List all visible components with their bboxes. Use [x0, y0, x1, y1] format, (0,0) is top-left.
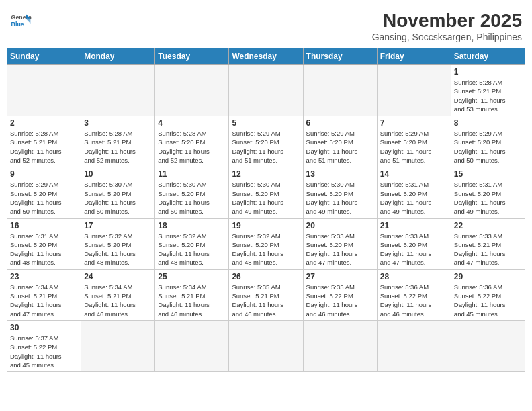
day-number: 23	[10, 272, 78, 281]
cell-content: Sunrise: 5:31 AM Sunset: 5:20 PM Dayligh…	[380, 180, 448, 216]
calendar-cell: 19Sunrise: 5:32 AM Sunset: 5:20 PM Dayli…	[229, 218, 303, 269]
day-of-week-header: Thursday	[303, 48, 377, 65]
calendar-cell: 2Sunrise: 5:28 AM Sunset: 5:21 PM Daylig…	[7, 116, 81, 167]
day-of-week-header: Friday	[377, 48, 451, 65]
calendar-cell: 20Sunrise: 5:33 AM Sunset: 5:20 PM Dayli…	[303, 218, 377, 269]
calendar-cell: 3Sunrise: 5:28 AM Sunset: 5:21 PM Daylig…	[81, 116, 155, 167]
calendar-cell: 28Sunrise: 5:36 AM Sunset: 5:22 PM Dayli…	[377, 269, 451, 320]
cell-content: Sunrise: 5:34 AM Sunset: 5:21 PM Dayligh…	[158, 283, 226, 318]
cell-content: Sunrise: 5:28 AM Sunset: 5:21 PM Dayligh…	[10, 129, 78, 165]
calendar-cell: 13Sunrise: 5:30 AM Sunset: 5:20 PM Dayli…	[303, 167, 377, 218]
logo: General Blue	[10, 10, 32, 32]
calendar-cell: 15Sunrise: 5:31 AM Sunset: 5:20 PM Dayli…	[451, 167, 525, 218]
calendar-cell: 17Sunrise: 5:32 AM Sunset: 5:20 PM Dayli…	[81, 218, 155, 269]
day-number: 27	[306, 272, 374, 281]
calendar-cell: 14Sunrise: 5:31 AM Sunset: 5:20 PM Dayli…	[377, 167, 451, 218]
cell-content: Sunrise: 5:34 AM Sunset: 5:21 PM Dayligh…	[84, 283, 152, 318]
calendar-cell: 21Sunrise: 5:33 AM Sunset: 5:20 PM Dayli…	[377, 218, 451, 269]
cell-content: Sunrise: 5:29 AM Sunset: 5:20 PM Dayligh…	[380, 129, 448, 165]
day-number: 22	[454, 221, 522, 230]
day-number: 17	[84, 221, 152, 230]
calendar-cell: 1Sunrise: 5:28 AM Sunset: 5:21 PM Daylig…	[451, 65, 525, 116]
day-number: 9	[10, 169, 78, 179]
cell-content: Sunrise: 5:28 AM Sunset: 5:20 PM Dayligh…	[158, 129, 226, 165]
svg-text:Blue: Blue	[11, 21, 24, 28]
calendar-week-row: 1Sunrise: 5:28 AM Sunset: 5:21 PM Daylig…	[7, 65, 525, 116]
calendar-table: SundayMondayTuesdayWednesdayThursdayFrid…	[7, 48, 525, 372]
calendar-week-row: 2Sunrise: 5:28 AM Sunset: 5:21 PM Daylig…	[7, 116, 525, 167]
cell-content: Sunrise: 5:29 AM Sunset: 5:20 PM Dayligh…	[306, 129, 374, 165]
calendar-cell	[155, 65, 229, 116]
calendar-cell: 7Sunrise: 5:29 AM Sunset: 5:20 PM Daylig…	[377, 116, 451, 167]
day-number: 12	[232, 169, 300, 179]
day-number: 25	[158, 272, 226, 281]
calendar-cell	[377, 320, 451, 371]
calendar-cell: 18Sunrise: 5:32 AM Sunset: 5:20 PM Dayli…	[155, 218, 229, 269]
day-number: 10	[84, 169, 152, 179]
calendar-week-row: 9Sunrise: 5:29 AM Sunset: 5:20 PM Daylig…	[7, 167, 525, 218]
day-number: 1	[454, 67, 522, 77]
calendar-cell	[81, 65, 155, 116]
calendar-cell: 8Sunrise: 5:29 AM Sunset: 5:20 PM Daylig…	[451, 116, 525, 167]
calendar-cell	[155, 320, 229, 371]
day-number: 13	[306, 169, 374, 179]
calendar-cell: 10Sunrise: 5:30 AM Sunset: 5:20 PM Dayli…	[81, 167, 155, 218]
day-number: 21	[380, 221, 448, 230]
cell-content: Sunrise: 5:37 AM Sunset: 5:22 PM Dayligh…	[10, 334, 78, 369]
cell-content: Sunrise: 5:33 AM Sunset: 5:20 PM Dayligh…	[380, 232, 448, 267]
cell-content: Sunrise: 5:30 AM Sunset: 5:20 PM Dayligh…	[306, 180, 374, 216]
day-number: 18	[158, 221, 226, 230]
cell-content: Sunrise: 5:34 AM Sunset: 5:21 PM Dayligh…	[10, 283, 78, 318]
cell-content: Sunrise: 5:36 AM Sunset: 5:22 PM Dayligh…	[380, 283, 448, 318]
day-number: 26	[232, 272, 300, 281]
day-number: 2	[10, 118, 78, 128]
cell-content: Sunrise: 5:33 AM Sunset: 5:21 PM Dayligh…	[454, 232, 522, 267]
cell-content: Sunrise: 5:32 AM Sunset: 5:20 PM Dayligh…	[232, 232, 300, 267]
day-number: 24	[84, 272, 152, 281]
calendar-cell: 11Sunrise: 5:30 AM Sunset: 5:20 PM Dayli…	[155, 167, 229, 218]
cell-content: Sunrise: 5:30 AM Sunset: 5:20 PM Dayligh…	[158, 180, 226, 216]
day-of-week-header: Wednesday	[229, 48, 303, 65]
calendar-cell: 29Sunrise: 5:36 AM Sunset: 5:22 PM Dayli…	[451, 269, 525, 320]
day-number: 15	[454, 169, 522, 179]
cell-content: Sunrise: 5:32 AM Sunset: 5:20 PM Dayligh…	[158, 232, 226, 267]
calendar-week-row: 16Sunrise: 5:31 AM Sunset: 5:20 PM Dayli…	[7, 218, 525, 269]
day-number: 11	[158, 169, 226, 179]
header: General Blue November 2025 Gansing, Socc…	[7, 7, 525, 42]
calendar-cell	[451, 320, 525, 371]
calendar-cell: 24Sunrise: 5:34 AM Sunset: 5:21 PM Dayli…	[81, 269, 155, 320]
day-number: 14	[380, 169, 448, 179]
calendar-cell	[7, 65, 81, 116]
cell-content: Sunrise: 5:30 AM Sunset: 5:20 PM Dayligh…	[84, 180, 152, 216]
cell-content: Sunrise: 5:29 AM Sunset: 5:20 PM Dayligh…	[454, 129, 522, 165]
day-number: 20	[306, 221, 374, 230]
calendar-cell: 12Sunrise: 5:30 AM Sunset: 5:20 PM Dayli…	[229, 167, 303, 218]
day-number: 5	[232, 118, 300, 128]
calendar-cell	[303, 65, 377, 116]
calendar-cell	[229, 320, 303, 371]
cell-content: Sunrise: 5:29 AM Sunset: 5:20 PM Dayligh…	[232, 129, 300, 165]
day-number: 28	[380, 272, 448, 281]
calendar-cell: 30Sunrise: 5:37 AM Sunset: 5:22 PM Dayli…	[7, 320, 81, 371]
calendar-header-row: SundayMondayTuesdayWednesdayThursdayFrid…	[7, 48, 525, 65]
calendar-week-row: 23Sunrise: 5:34 AM Sunset: 5:21 PM Dayli…	[7, 269, 525, 320]
day-number: 6	[306, 118, 374, 128]
logo-svg: General Blue	[10, 10, 32, 32]
month-title: November 2025	[372, 10, 522, 32]
cell-content: Sunrise: 5:29 AM Sunset: 5:20 PM Dayligh…	[10, 180, 78, 216]
calendar-cell: 25Sunrise: 5:34 AM Sunset: 5:21 PM Dayli…	[155, 269, 229, 320]
day-number: 4	[158, 118, 226, 128]
day-number: 29	[454, 272, 522, 281]
calendar-cell: 4Sunrise: 5:28 AM Sunset: 5:20 PM Daylig…	[155, 116, 229, 167]
calendar-week-row: 30Sunrise: 5:37 AM Sunset: 5:22 PM Dayli…	[7, 320, 525, 371]
calendar-cell: 22Sunrise: 5:33 AM Sunset: 5:21 PM Dayli…	[451, 218, 525, 269]
calendar-cell	[377, 65, 451, 116]
cell-content: Sunrise: 5:28 AM Sunset: 5:21 PM Dayligh…	[454, 78, 522, 113]
calendar-cell: 6Sunrise: 5:29 AM Sunset: 5:20 PM Daylig…	[303, 116, 377, 167]
day-number: 30	[10, 323, 78, 332]
cell-content: Sunrise: 5:30 AM Sunset: 5:20 PM Dayligh…	[232, 180, 300, 216]
day-number: 3	[84, 118, 152, 128]
calendar-cell: 27Sunrise: 5:35 AM Sunset: 5:22 PM Dayli…	[303, 269, 377, 320]
cell-content: Sunrise: 5:35 AM Sunset: 5:22 PM Dayligh…	[306, 283, 374, 318]
day-number: 19	[232, 221, 300, 230]
